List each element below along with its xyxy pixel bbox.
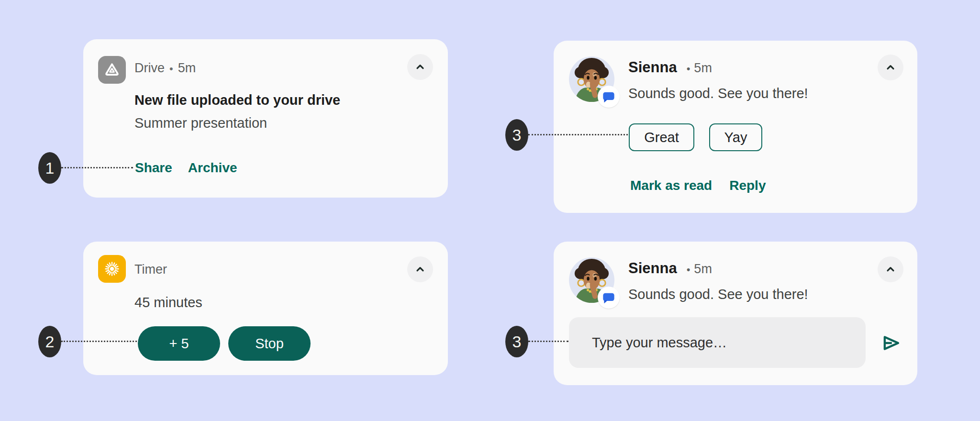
suggestion-great-button[interactable]: Great (629, 123, 694, 151)
message-notification-card-suggestions[interactable]: Sienna•5m Sounds good. See you there! Gr… (554, 41, 917, 213)
message-collapse-button[interactable] (878, 256, 903, 282)
callout-leader-line-1 (61, 167, 133, 168)
starburst-icon (104, 261, 120, 277)
callout-leader-line-2 (61, 341, 137, 342)
message-text: Sounds good. See you there! (628, 86, 808, 101)
send-button[interactable] (880, 332, 902, 355)
callout-badge-2: 2 (38, 326, 61, 357)
suggestion-yay-button[interactable]: Yay (709, 123, 762, 151)
callout-badge-3-top: 3 (505, 119, 528, 151)
message-header: Sienna•5m (628, 59, 712, 76)
share-action[interactable]: Share (135, 160, 172, 176)
callout-leader-line-3-bottom (528, 341, 568, 342)
mark-as-read-action[interactable]: Mark as read (630, 178, 712, 193)
reply-action[interactable]: Reply (729, 178, 766, 193)
drive-icon (103, 61, 121, 79)
callout-badge-1: 1 (38, 152, 61, 184)
drive-notification-title: New file uploaded to your drive (134, 92, 340, 108)
messages-app-badge (598, 86, 620, 108)
header-separator: • (687, 264, 690, 276)
header-separator: • (169, 63, 173, 75)
timer-app-icon (98, 255, 126, 283)
drive-collapse-button[interactable] (407, 54, 433, 80)
timer-collapse-button[interactable] (407, 256, 433, 282)
timer-header: Timer (134, 262, 167, 277)
message-collapse-button[interactable] (878, 55, 903, 80)
sender-name: Sienna (628, 59, 677, 76)
chevron-up-icon (884, 61, 897, 74)
message-timestamp: 5m (694, 262, 712, 276)
page-background: Drive•5m New file uploaded to your drive… (0, 0, 980, 421)
message-header: Sienna•5m (628, 260, 712, 277)
chevron-up-icon (884, 263, 897, 276)
drive-notification-subtitle: Summer presentation (134, 115, 267, 131)
drive-header: Drive•5m (134, 61, 196, 76)
drive-app-name: Drive (134, 61, 165, 75)
chevron-up-icon (414, 61, 426, 73)
message-timestamp: 5m (694, 61, 712, 75)
drive-notification-card[interactable]: Drive•5m New file uploaded to your drive… (83, 39, 448, 198)
drive-app-icon (98, 56, 126, 84)
callout-badge-3-bottom: 3 (505, 326, 528, 357)
archive-action[interactable]: Archive (188, 160, 237, 176)
timer-add-five-button[interactable]: + 5 (138, 326, 220, 361)
chat-bubble-icon (602, 291, 615, 304)
chevron-up-icon (414, 263, 426, 276)
message-text: Sounds good. See you there! (628, 287, 808, 302)
reply-text-input[interactable] (569, 317, 866, 368)
timer-stop-button[interactable]: Stop (228, 326, 311, 361)
timer-duration: 45 minutes (134, 295, 202, 310)
header-separator: • (687, 63, 690, 75)
callout-leader-line-3-top (528, 134, 628, 135)
sender-name: Sienna (628, 260, 677, 277)
chat-bubble-icon (602, 90, 615, 103)
timer-notification-card[interactable]: Timer 45 minutes + 5 Stop (83, 242, 448, 375)
message-notification-card-input[interactable]: Sienna•5m Sounds good. See you there! (554, 242, 917, 385)
messages-app-badge (598, 287, 620, 309)
send-icon (880, 333, 902, 353)
timer-app-name: Timer (134, 262, 167, 277)
drive-timestamp: 5m (178, 61, 196, 75)
